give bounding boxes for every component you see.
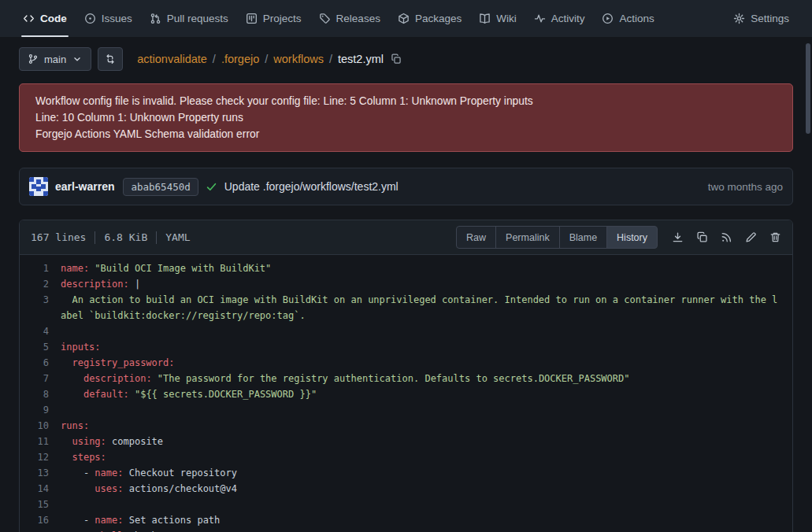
code-token: | [129,279,140,290]
error-banner: Workflow config file is invalid. Please … [19,83,793,152]
nav-item-wiki[interactable]: Wiki [470,0,525,37]
code-line-content: runs: [61,418,792,434]
breadcrumb-separator: / [329,53,332,65]
edit-button[interactable] [745,231,757,243]
nav-item-label: Settings [751,13,789,24]
code-token [61,483,95,494]
code-token: description: [61,279,129,290]
line-number[interactable]: 5 [20,339,61,355]
blame-button[interactable]: Blame [559,226,607,249]
code-token: name: [95,467,123,478]
delete-button[interactable] [769,231,781,243]
pulse-icon [534,13,546,24]
history-button[interactable]: History [606,226,658,249]
nav-item-packages[interactable]: Packages [389,0,470,37]
code-token: steps: [72,452,106,463]
delete-icon [769,231,781,243]
nav-item-label: Activity [551,13,585,24]
copy-content-button[interactable] [696,231,708,243]
code-line: 5inputs: [20,339,792,355]
line-number[interactable]: 1 [20,260,61,276]
download-button[interactable] [672,231,684,243]
line-number[interactable]: 6 [20,355,61,371]
line-number[interactable]: 10 [20,418,61,434]
commit-status-success-icon[interactable] [206,181,217,193]
line-number[interactable]: 15 [20,497,61,512]
commit-message[interactable]: Update .forgejo/workflows/test2.yml [224,180,399,193]
rss-button[interactable] [721,231,732,243]
code-line-content: registry_password: [61,355,792,371]
line-number[interactable]: 17 [20,528,61,532]
copy-icon [391,54,402,65]
code-line: 12 steps: [20,449,792,465]
line-number[interactable]: 7 [20,371,61,386]
code-token [61,357,72,368]
nav-item-settings[interactable]: Settings [725,0,798,37]
code-line-content: - name: Set actions path [61,512,792,528]
scrollbar[interactable] [804,0,812,532]
error-text-line: Workflow config file is invalid. Please … [35,93,777,109]
scrollbar-thumb[interactable] [806,43,810,134]
gear-icon [733,13,745,24]
file-info: 167 lines 6.8 KiB YAML [31,231,191,244]
code-line: 10runs: [20,418,792,434]
code-token: "${{ secrets.DOCKER_PASSWORD }}" [135,389,317,400]
file-language: YAML [165,231,190,243]
breadcrumb-link[interactable]: actionvalidate [137,53,207,65]
nav-item-actions[interactable]: Actions [593,0,662,37]
code-token: name: [95,515,123,526]
code-line: 13 - name: Checkout repository [20,465,792,481]
download-icon [672,231,684,243]
breadcrumb-link[interactable]: .forgejo [221,53,259,65]
code-line-content [61,497,792,512]
nav-item-releases[interactable]: Releases [310,0,389,37]
compare-button[interactable] [98,47,123,71]
nav-item-pull-requests[interactable]: Pull requests [141,0,237,37]
line-number[interactable]: 4 [20,323,61,339]
breadcrumb-current: test2.yml [338,53,384,65]
copy-path-button[interactable] [391,54,402,65]
line-number[interactable]: 9 [20,402,61,418]
file-view: 167 lines 6.8 KiB YAML RawPermalinkBlame… [19,220,793,532]
nav-item-issues[interactable]: Issues [76,0,141,37]
line-number[interactable]: 13 [20,465,61,481]
breadcrumb-link[interactable]: workflows [273,53,324,65]
book-icon [479,13,491,24]
line-number[interactable]: 3 [20,292,61,323]
code-token: default: [83,389,129,400]
code-token [61,436,72,447]
permalink-button[interactable]: Permalink [495,226,560,249]
code-line: 7 description: "The password for the reg… [20,371,792,386]
code-line: 14 uses: actions/checkout@v4 [20,481,792,497]
raw-button[interactable]: Raw [456,226,496,249]
rss-icon [721,231,732,243]
code-icon [23,13,35,24]
commit-author[interactable]: earl-warren [55,180,114,193]
code-token: registry_password: [72,357,174,368]
code-line: 4 [20,323,792,339]
code-token: "The password for the registry authentic… [158,373,630,384]
tag-icon [319,13,331,24]
file-path-bar: main actionvalidate/.forgejo/workflows/t… [19,47,793,71]
line-number[interactable]: 16 [20,512,61,528]
nav-item-label: Pull requests [167,13,228,24]
nav-item-activity[interactable]: Activity [525,0,594,37]
code-token: - [61,467,95,478]
nav-item-projects[interactable]: Projects [237,0,310,37]
line-number[interactable]: 8 [20,386,61,402]
commit-sha[interactable]: abab65450d [123,178,198,196]
file-actions: RawPermalinkBlameHistory [456,226,781,249]
copy-icon [696,231,708,243]
repo-nav: CodeIssuesPull requestsProjectsReleasesP… [0,0,812,37]
page-content: main actionvalidate/.forgejo/workflows/t… [0,47,812,532]
nav-item-code[interactable]: Code [14,0,76,37]
code-token [152,373,158,384]
line-number[interactable]: 14 [20,481,61,497]
branch-selector[interactable]: main [19,47,91,71]
avatar[interactable] [29,177,48,196]
code-token: actions/checkout@v4 [123,483,237,494]
line-number[interactable]: 2 [20,276,61,292]
nav-item-label: Projects [263,13,302,24]
line-number[interactable]: 12 [20,449,61,465]
line-number[interactable]: 11 [20,434,61,449]
